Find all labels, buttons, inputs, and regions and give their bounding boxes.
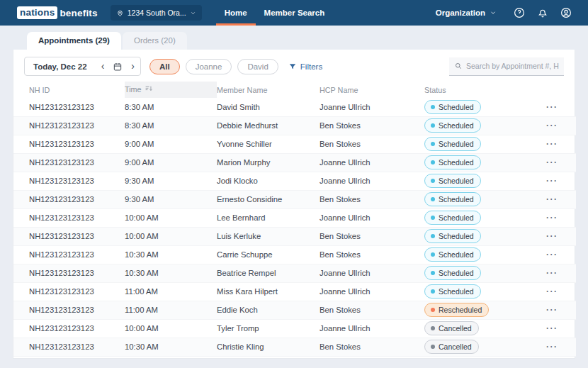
status-badge: Cancelled <box>424 321 479 335</box>
table-row[interactable]: NH123123123123 11:00 AM Miss Kara Hilper… <box>13 282 576 301</box>
date-label[interactable]: Today, Dec 22 <box>25 62 96 71</box>
status-label: Rescheduled <box>439 306 482 314</box>
nav-item-member-search-label: Member Search <box>264 9 325 17</box>
location-selector[interactable]: 1234 South Ora... <box>111 5 202 21</box>
table-row[interactable]: NH123123123123 8:30 AM Debbie Medhurst B… <box>13 116 576 135</box>
cell-status: Scheduled <box>424 227 546 245</box>
brand-logo-nations: nations <box>17 6 57 19</box>
table-header-row: NH ID Time Member Name HCP Name Status <box>13 82 576 98</box>
table-row[interactable]: NH123123123123 8:30 AM David Smith Joann… <box>13 98 576 116</box>
top-navbar: nations benefits 1234 South Ora... Home … <box>0 0 588 26</box>
row-actions-ellipsis-icon[interactable]: ··· <box>546 286 558 296</box>
cell-status: Scheduled <box>424 135 546 153</box>
status-dot-icon <box>431 252 435 257</box>
table-row[interactable]: NH123123123123 10:30 AM Christie Kling B… <box>13 338 576 356</box>
chip-david[interactable]: David <box>237 59 278 74</box>
prev-day-button[interactable]: ‹ <box>96 57 111 75</box>
cell-time: 11:00 AM <box>125 282 217 301</box>
status-label: Cancelled <box>439 324 472 333</box>
status-badge: Scheduled <box>424 247 481 262</box>
row-actions-ellipsis-icon[interactable]: ··· <box>546 139 558 149</box>
row-actions-ellipsis-icon[interactable]: ··· <box>546 305 558 315</box>
organization-label: Organization <box>436 9 485 17</box>
cell-hcp-name: Joanne Ullrich <box>320 98 424 116</box>
status-dot-icon <box>431 234 435 238</box>
cell-actions: ··· <box>546 153 576 172</box>
notifications-bell-icon[interactable] <box>536 6 549 19</box>
cell-nh-id: NH123123123123 <box>13 301 125 319</box>
table-row[interactable]: NH123123123123 9:00 AM Marion Murphy Joa… <box>13 153 576 172</box>
cell-hcp-name: Joanne Ullrich <box>320 172 424 190</box>
status-dot-icon <box>431 179 435 183</box>
column-header-time[interactable]: Time <box>125 82 217 98</box>
cell-hcp-name: Ben Stokes <box>320 116 424 135</box>
search-input[interactable] <box>466 62 559 70</box>
status-badge: Scheduled <box>424 118 481 133</box>
row-actions-ellipsis-icon[interactable]: ··· <box>546 157 558 167</box>
cell-member-name: Carrie Schuppe <box>217 245 320 264</box>
table-row[interactable]: NH123123123123 9:00 AM Yvonne Schiller B… <box>13 135 576 153</box>
cell-time: 10:00 AM <box>125 208 217 227</box>
status-badge: Rescheduled <box>424 303 489 317</box>
status-dot-icon <box>431 326 435 330</box>
nav-item-home[interactable]: Home <box>216 0 256 26</box>
cell-nh-id: NH123123123123 <box>13 319 125 338</box>
status-label: Scheduled <box>439 195 474 203</box>
cell-member-name: Eddie Koch <box>217 301 320 319</box>
row-actions-ellipsis-icon[interactable]: ··· <box>546 268 558 278</box>
cell-status: Rescheduled <box>424 301 546 319</box>
status-dot-icon <box>431 197 435 201</box>
search-icon <box>454 62 463 70</box>
cell-status: Scheduled <box>424 116 546 135</box>
status-dot-icon <box>431 160 435 165</box>
nav-item-member-search[interactable]: Member Search <box>256 0 334 26</box>
row-actions-ellipsis-icon[interactable]: ··· <box>546 176 558 186</box>
calendar-icon[interactable] <box>110 62 125 72</box>
cell-time: 10:00 AM <box>125 227 217 245</box>
cell-actions: ··· <box>546 227 576 245</box>
row-actions-ellipsis-icon[interactable]: ··· <box>546 194 558 204</box>
filters-button[interactable]: Filters <box>288 62 322 71</box>
status-dot-icon <box>431 271 435 275</box>
column-header-actions <box>546 82 576 98</box>
table-row[interactable]: NH123123123123 10:30 AM Carrie Schuppe B… <box>13 245 576 264</box>
cell-status: Scheduled <box>424 245 546 264</box>
cell-member-name: Debbie Medhurst <box>217 116 320 135</box>
row-actions-ellipsis-icon[interactable]: ··· <box>546 231 558 241</box>
cell-nh-id: NH123123123123 <box>13 172 125 190</box>
cell-actions: ··· <box>546 282 576 301</box>
chip-all[interactable]: All <box>149 59 180 74</box>
table-row[interactable]: NH123123123123 10:00 AM Tyler Tromp Joan… <box>13 319 576 338</box>
location-label: 1234 South Ora... <box>128 9 186 17</box>
table-row[interactable]: NH123123123123 9:30 AM Jodi Klocko Joann… <box>13 172 576 190</box>
row-actions-ellipsis-icon[interactable]: ··· <box>546 213 558 223</box>
row-actions-ellipsis-icon[interactable]: ··· <box>546 102 558 112</box>
cell-actions: ··· <box>546 116 576 135</box>
table-row[interactable]: NH123123123123 10:30 AM Beatrice Rempel … <box>13 264 576 282</box>
row-actions-ellipsis-icon[interactable]: ··· <box>546 342 558 352</box>
table-row[interactable]: NH123123123123 9:30 AM Ernesto Considine… <box>13 190 576 208</box>
row-actions-ellipsis-icon[interactable]: ··· <box>546 121 558 130</box>
organization-dropdown[interactable]: Organization <box>436 9 497 17</box>
tab-appointments[interactable]: Appointments (29) <box>27 32 121 50</box>
table-body: NH123123123123 8:30 AM David Smith Joann… <box>13 98 576 356</box>
chip-joanne[interactable]: Joanne <box>186 59 232 74</box>
cell-member-name: Tyler Tromp <box>217 319 320 338</box>
table-row[interactable]: NH123123123123 10:00 AM Lee Bernhard Joa… <box>13 208 576 227</box>
account-avatar-icon[interactable] <box>560 6 572 19</box>
toolbar: Today, Dec 22 ‹ › All Joanne David Filte… <box>13 50 575 82</box>
table-row[interactable]: NH123123123123 11:00 AM Eddie Koch Ben S… <box>13 301 576 319</box>
tab-orders[interactable]: Orders (20) <box>123 32 187 50</box>
status-badge: Scheduled <box>424 266 481 280</box>
status-label: Scheduled <box>439 103 474 111</box>
cell-hcp-name: Ben Stokes <box>320 135 424 153</box>
cell-actions: ··· <box>546 135 576 153</box>
help-icon[interactable] <box>513 6 526 19</box>
cell-actions: ··· <box>546 208 576 227</box>
next-day-button[interactable]: › <box>125 57 140 75</box>
table-row[interactable]: NH123123123123 10:00 AM Luis Kerluke Ben… <box>13 227 576 245</box>
status-badge: Scheduled <box>424 155 481 169</box>
filter-chips: All Joanne David <box>149 59 278 74</box>
row-actions-ellipsis-icon[interactable]: ··· <box>546 323 558 333</box>
row-actions-ellipsis-icon[interactable]: ··· <box>546 250 558 260</box>
